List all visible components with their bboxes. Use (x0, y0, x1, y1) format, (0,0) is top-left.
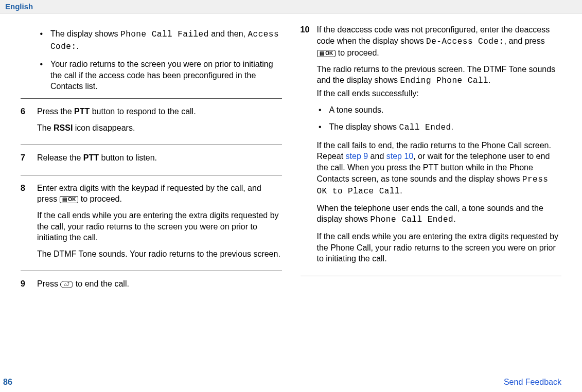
step-6: 6 Press the PTT button to respond to the… (21, 106, 282, 138)
text: The (37, 123, 54, 132)
text: button to respond to the call. (90, 107, 196, 116)
step-body: Press ⌂⤴ to end the call. (37, 278, 282, 295)
step-number: 8 (21, 183, 30, 265)
text: Release the (37, 153, 83, 162)
step-body: Enter extra digits with the keypad if re… (37, 183, 282, 265)
text: The radio returns to the previous screen… (317, 64, 562, 87)
mono-text: Phone Call Ended (371, 215, 454, 224)
home-button-icon: ⌂⤴ (60, 281, 73, 288)
text: Your radio returns to the screen you wer… (50, 60, 273, 91)
step-number: 9 (21, 278, 30, 295)
text: Press (37, 279, 60, 288)
bold-text: PTT (74, 107, 90, 116)
mono-text: Ending Phone Call (400, 76, 488, 85)
ok-button-icon: ▤ OK (317, 50, 336, 57)
ok-button-icon: ▤ OK (60, 196, 79, 203)
text: Press ⌂⤴ to end the call. (37, 278, 282, 290)
text: to end the call. (76, 279, 129, 288)
step-body: Release the PTT button to listen. (37, 152, 282, 169)
text: . (77, 42, 79, 50)
text: . (400, 186, 402, 195)
right-column: 10 If the deaccess code was not preconfi… (301, 24, 562, 298)
text: If the call ends while you are entering … (37, 210, 282, 243)
text: Press the PTT button to respond to the c… (37, 106, 282, 117)
language-label: English (5, 2, 33, 11)
text: icon disappears. (73, 123, 135, 132)
text: Press the (37, 107, 74, 116)
separator (301, 276, 562, 276)
text: If the call ends while you are entering … (317, 231, 562, 264)
mono-text: De-Access Code: (426, 37, 504, 46)
left-column: The display shows Phone Call Failed and … (21, 24, 282, 298)
intro-bullets: The display shows Phone Call Failed and … (36, 28, 282, 92)
step-number: 6 (21, 106, 30, 138)
text: button to listen. (99, 153, 157, 162)
page-number: 86 (3, 378, 12, 387)
text: If the call fails to end, the radio retu… (317, 140, 562, 198)
mono-text: Phone Call Failed (120, 30, 209, 39)
text: , and press (504, 37, 545, 45)
page-content: The display shows Phone Call Failed and … (0, 14, 582, 298)
list-item: The display shows Call Ended. (326, 121, 562, 134)
step-number: 7 (21, 152, 30, 169)
text: . (451, 122, 453, 131)
header-band: English (0, 0, 582, 14)
footer: 86 Send Feedback (0, 378, 582, 387)
success-bullets: A tone sounds. The display shows Call En… (317, 104, 562, 134)
text: The RSSI icon disappears. (37, 122, 282, 134)
bold-text: PTT (83, 153, 99, 162)
separator (21, 175, 282, 175)
step-body: Press the PTT button to respond to the c… (37, 106, 282, 138)
bold-text: RSSI (54, 123, 73, 132)
separator (21, 145, 282, 145)
text: The DTMF Tone sounds. Your radio returns… (37, 248, 282, 260)
step-number: 10 (301, 24, 310, 270)
text: If the deaccess code was not preconfigur… (317, 24, 562, 59)
text: to proceed. (81, 194, 122, 203)
text: If the call ends successfully: (317, 88, 562, 99)
separator (21, 271, 282, 271)
list-item: The display shows Phone Call Failed and … (47, 28, 282, 52)
text: and then, (209, 29, 248, 38)
text: Release the PTT button to listen. (37, 152, 282, 164)
text: and (368, 152, 386, 161)
text: Enter extra digits with the keypad if re… (37, 183, 282, 205)
mono-text: Call Ended (399, 123, 451, 132)
text: . (488, 76, 490, 84)
list-item: A tone sounds. (326, 104, 562, 116)
text: A tone sounds. (329, 105, 384, 114)
step-10-link[interactable]: step 10 (386, 152, 413, 161)
step-9-link[interactable]: step 9 (346, 152, 368, 161)
text: The display shows (50, 29, 120, 38)
step-10: 10 If the deaccess code was not preconfi… (301, 24, 562, 270)
step-7: 7 Release the PTT button to listen. (21, 152, 282, 169)
text: . (453, 215, 455, 223)
send-feedback-link[interactable]: Send Feedback (504, 378, 561, 387)
text: The display shows (329, 122, 399, 131)
step-8: 8 Enter extra digits with the keypad if … (21, 183, 282, 265)
list-item: Your radio returns to the screen you wer… (47, 59, 282, 92)
step-body: If the deaccess code was not preconfigur… (317, 24, 562, 270)
step-9: 9 Press ⌂⤴ to end the call. (21, 278, 282, 295)
text: to proceed. (338, 48, 379, 57)
separator (21, 98, 282, 99)
text: When the telephone user ends the call, a… (317, 203, 562, 226)
